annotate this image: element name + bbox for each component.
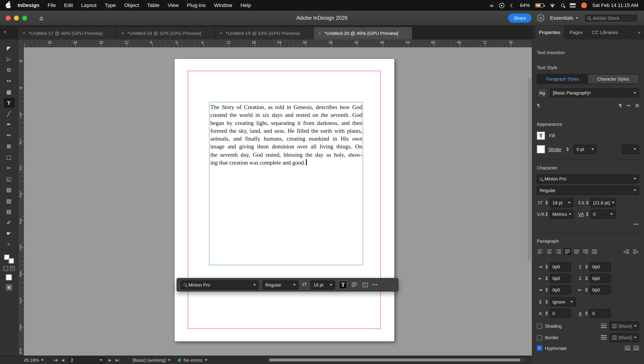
font-family-select[interactable]: Minion Pro bbox=[537, 174, 639, 183]
first-line-indent-stepper[interactable] bbox=[546, 288, 548, 292]
more-options-button[interactable]: ••• bbox=[372, 283, 378, 287]
left-indent-field[interactable]: 0p0 bbox=[550, 262, 571, 271]
pen-tool[interactable]: ✒ bbox=[4, 120, 14, 129]
text-frame[interactable]: The Story of Creation, as told in Genesi… bbox=[209, 102, 363, 265]
drop-cap-characters-stepper[interactable] bbox=[585, 311, 588, 315]
battery-icon[interactable] bbox=[535, 3, 544, 8]
last-line-indent-stepper[interactable] bbox=[585, 288, 588, 292]
border-checkbox[interactable] bbox=[537, 335, 542, 340]
drop-cap-lines-field[interactable]: 0 bbox=[550, 309, 571, 318]
space-before-stepper[interactable] bbox=[585, 265, 588, 269]
tab-properties[interactable]: Properties bbox=[535, 26, 564, 39]
doc-tab-untitled-20[interactable]: × *Untitled-20 @ 45% [GPU Preview] bbox=[314, 27, 412, 39]
paragraph-mark-icon[interactable]: ¶. bbox=[537, 103, 541, 108]
preflight-profile-select[interactable]: [Basic] (working) bbox=[132, 357, 170, 362]
align-center-icon[interactable] bbox=[546, 248, 553, 255]
first-line-indent-field[interactable]: 0p0 bbox=[550, 285, 571, 294]
space-after-field[interactable]: 0p0 bbox=[590, 274, 611, 283]
formatting-affects-container-icon[interactable] bbox=[3, 266, 8, 271]
last-page-button[interactable]: ▶| bbox=[116, 358, 120, 362]
document-canvas[interactable]: The Story of Creation, as told in Genesi… bbox=[24, 47, 532, 356]
next-page-button[interactable]: ▶ bbox=[109, 358, 112, 362]
border-settings-icon[interactable] bbox=[601, 335, 607, 340]
border-color-select[interactable]: [Black] bbox=[610, 333, 639, 342]
paragraph-align-icon[interactable] bbox=[351, 281, 358, 288]
expand-panel-icon[interactable]: » bbox=[638, 30, 641, 35]
close-tab-icon[interactable]: × bbox=[121, 31, 124, 36]
align-right-icon[interactable] bbox=[555, 248, 562, 255]
focus-moon-icon[interactable]: ☾ bbox=[510, 2, 514, 9]
rectangle-frame-tool[interactable]: ⊠ bbox=[4, 141, 14, 151]
close-tab-icon[interactable]: × bbox=[318, 31, 321, 36]
font-size-stepper[interactable] bbox=[546, 201, 548, 205]
align-toward-spine-icon[interactable] bbox=[623, 248, 630, 255]
tab-pages[interactable]: Pages bbox=[566, 26, 586, 39]
floating-font-select[interactable]: Minion Pro bbox=[181, 280, 259, 289]
screen-record-icon[interactable]: ▶ bbox=[499, 3, 504, 8]
gap-tool[interactable]: ↔ bbox=[4, 76, 14, 86]
page-number-select[interactable]: 2 bbox=[68, 357, 105, 363]
more-character-options-button[interactable]: ••• bbox=[634, 222, 639, 227]
justify-last-left-icon[interactable] bbox=[564, 248, 571, 255]
text-fill-swatch[interactable]: T bbox=[339, 281, 347, 289]
font-size-select[interactable]: 18 pt bbox=[550, 198, 574, 207]
clear-overrides-icon[interactable]: ¶ bbox=[619, 103, 622, 108]
wifi-icon[interactable] bbox=[549, 3, 556, 8]
doc-tab-untitled-18[interactable]: × *Untitled-18 @ 32% [GPU Preview] bbox=[117, 27, 215, 39]
horizontal-scrollbar[interactable] bbox=[268, 358, 526, 362]
zoom-level-select[interactable]: 45.18% bbox=[24, 357, 44, 362]
tab-cc-libraries[interactable]: CC Libraries bbox=[588, 26, 622, 39]
pencil-tool[interactable]: ✏ bbox=[4, 130, 14, 140]
drop-cap-characters-field[interactable]: 0 bbox=[590, 309, 611, 318]
paragraph-style-select[interactable]: [Basic Paragraph]+ bbox=[550, 88, 639, 97]
home-icon[interactable]: ⌂ bbox=[39, 14, 44, 22]
same-style-spacing-select[interactable]: Ignore bbox=[550, 297, 576, 306]
shading-settings-icon[interactable] bbox=[601, 324, 607, 329]
tracking-select[interactable]: 0 bbox=[590, 210, 616, 219]
menu-table[interactable]: Table bbox=[143, 3, 164, 8]
tracking-stepper[interactable] bbox=[586, 212, 588, 216]
doc-tab-untitled-17[interactable]: × *Untitled-17 @ 40% [GPU Preview] bbox=[18, 27, 117, 39]
zoom-window-button[interactable] bbox=[22, 16, 27, 20]
vertical-ruler[interactable]: 0 6 12 18 24 30 36 42 48 54 60 66 bbox=[18, 47, 24, 356]
vertical-scrollbar[interactable] bbox=[528, 78, 531, 261]
discover-lightbulb-icon[interactable] bbox=[537, 14, 544, 21]
zoom-tool[interactable]: ⌕ bbox=[4, 239, 14, 249]
floating-style-select[interactable]: Regular bbox=[262, 280, 299, 289]
doc-tab-untitled-19[interactable]: × *Untitled-19 @ 53% [GPU Preview] bbox=[215, 27, 314, 39]
stroke-weight-select[interactable]: 0 pt bbox=[574, 145, 597, 154]
menu-type[interactable]: Type bbox=[100, 3, 120, 8]
direct-selection-tool[interactable]: ▷ bbox=[4, 54, 14, 64]
same-style-stepper[interactable] bbox=[546, 300, 548, 304]
workspace-switcher[interactable]: Essentials bbox=[550, 15, 578, 21]
close-tab-icon[interactable]: × bbox=[220, 31, 223, 36]
space-after-stepper[interactable] bbox=[585, 276, 588, 280]
fill-stroke-indicator[interactable] bbox=[4, 254, 14, 263]
menu-object[interactable]: Object bbox=[120, 3, 143, 8]
line-tool[interactable]: ╱ bbox=[4, 109, 14, 118]
gradient-feather-tool[interactable]: ▨ bbox=[4, 196, 14, 206]
character-styles-button[interactable]: Character Styles bbox=[588, 74, 639, 83]
left-indent-stepper[interactable] bbox=[546, 265, 548, 269]
text-frame-options-icon[interactable]: T bbox=[361, 281, 368, 288]
align-left-icon[interactable] bbox=[537, 248, 544, 255]
minimize-window-button[interactable] bbox=[14, 16, 19, 20]
menu-view[interactable]: View bbox=[164, 3, 183, 8]
leading-stepper[interactable] bbox=[586, 201, 588, 205]
share-button[interactable]: Share bbox=[508, 14, 532, 22]
creative-cloud-icon[interactable]: ∞ bbox=[490, 2, 494, 9]
new-style-icon[interactable]: ⊞ bbox=[635, 103, 639, 108]
kerning-stepper[interactable] bbox=[546, 212, 548, 216]
redefine-style-icon[interactable]: ↪ bbox=[626, 103, 630, 108]
stroke-label[interactable]: Stroke bbox=[548, 147, 561, 152]
font-style-select[interactable]: Regular bbox=[537, 186, 639, 195]
fill-swatch[interactable] bbox=[4, 254, 9, 260]
leading-select[interactable]: (21.6 pt) bbox=[590, 198, 616, 207]
preflight-status-select[interactable]: No errors bbox=[178, 357, 207, 362]
first-page-button[interactable]: |◀ bbox=[54, 358, 57, 362]
menu-window[interactable]: Window bbox=[210, 3, 236, 8]
stroke-type-select[interactable] bbox=[622, 145, 639, 154]
page-tool[interactable]: ⧉ bbox=[4, 65, 14, 75]
justify-last-center-icon[interactable] bbox=[573, 248, 580, 255]
horizontal-ruler[interactable]: 30 24 18 12 6 0 6 12 18 24 30 36 42 48 5… bbox=[24, 39, 532, 47]
